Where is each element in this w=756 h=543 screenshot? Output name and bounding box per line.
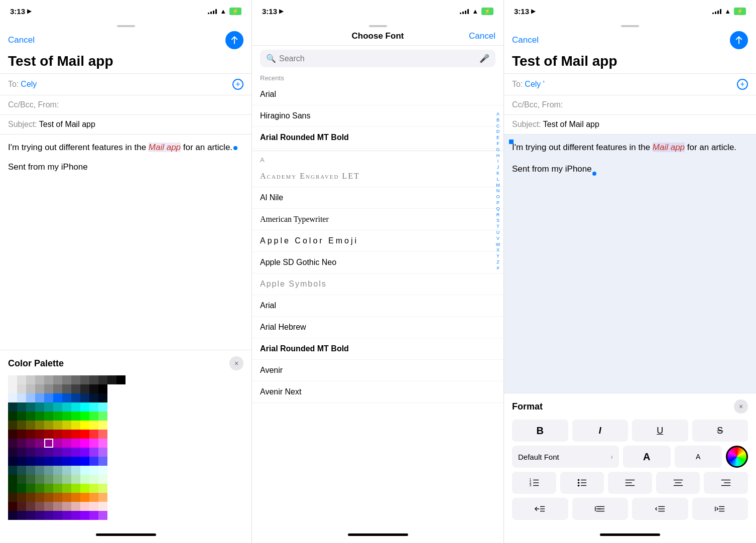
palette-color-cell[interactable] <box>53 466 62 475</box>
palette-color-cell[interactable] <box>8 511 17 520</box>
palette-color-cell[interactable] <box>80 384 89 393</box>
palette-color-cell[interactable] <box>80 448 89 457</box>
mic-icon[interactable]: 🎤 <box>479 54 489 63</box>
palette-color-cell[interactable] <box>53 402 62 412</box>
palette-color-cell[interactable] <box>89 393 98 402</box>
palette-color-cell[interactable] <box>35 430 44 439</box>
palette-color-cell[interactable] <box>98 402 107 412</box>
font-item-hiragino[interactable]: Hiragino Sans <box>252 105 503 127</box>
palette-color-cell[interactable] <box>26 484 35 493</box>
palette-color-cell[interactable] <box>98 502 107 511</box>
font-item-avenir[interactable]: Avenir <box>252 360 503 381</box>
palette-color-cell[interactable] <box>62 502 71 511</box>
palette-color-cell[interactable] <box>26 448 35 457</box>
palette-color-cell[interactable] <box>53 475 62 484</box>
palette-color-cell[interactable] <box>26 430 35 439</box>
palette-color-cell[interactable] <box>71 421 80 430</box>
palette-color-cell[interactable] <box>98 475 107 484</box>
palette-color-cell[interactable] <box>26 511 35 520</box>
palette-color-cell[interactable] <box>44 493 53 502</box>
palette-color-cell[interactable] <box>17 493 26 502</box>
align-center-button[interactable] <box>656 472 700 494</box>
alphabet-letter-o[interactable]: O <box>494 194 501 200</box>
palette-color-cell[interactable] <box>89 502 98 511</box>
font-item-arial-recent[interactable]: Arial <box>252 84 503 105</box>
align-left-button[interactable] <box>608 472 652 494</box>
palette-color-cell[interactable] <box>98 430 107 439</box>
right-to-add-button[interactable]: + <box>737 79 748 90</box>
palette-color-cell[interactable] <box>80 511 89 520</box>
palette-color-cell[interactable] <box>89 466 98 475</box>
palette-color-cell[interactable] <box>89 439 98 448</box>
palette-color-cell[interactable] <box>44 466 53 475</box>
color-wheel-button[interactable] <box>726 446 748 468</box>
palette-color-cell[interactable] <box>8 421 17 430</box>
font-item-american-typewriter[interactable]: American Typewriter <box>252 209 503 230</box>
alphabet-letter-#[interactable]: # <box>494 265 501 271</box>
left-compose-body[interactable]: I'm trying out different features in the… <box>0 134 251 350</box>
palette-color-cell[interactable] <box>89 511 98 520</box>
palette-color-cell[interactable] <box>80 393 89 402</box>
alphabet-letter-i[interactable]: I <box>494 159 501 164</box>
palette-color-cell[interactable] <box>26 466 35 475</box>
palette-color-cell[interactable] <box>62 484 71 493</box>
palette-color-cell[interactable] <box>17 502 26 511</box>
palette-color-cell[interactable] <box>26 402 35 412</box>
palette-color-cell[interactable] <box>89 457 98 466</box>
palette-color-cell[interactable] <box>71 430 80 439</box>
palette-color-cell[interactable] <box>17 402 26 412</box>
palette-color-cell[interactable] <box>8 412 17 421</box>
palette-color-cell[interactable] <box>80 493 89 502</box>
palette-color-cell[interactable] <box>8 493 17 502</box>
palette-color-cell[interactable] <box>53 384 62 393</box>
palette-color-cell[interactable] <box>89 475 98 484</box>
palette-color-cell[interactable] <box>98 393 107 402</box>
palette-color-cell[interactable] <box>44 439 53 448</box>
palette-color-cell[interactable] <box>80 402 89 412</box>
alphabet-letter-l[interactable]: L <box>494 177 501 182</box>
palette-color-cell[interactable] <box>8 375 17 384</box>
palette-color-cell[interactable] <box>8 439 17 448</box>
palette-color-cell[interactable] <box>44 430 53 439</box>
palette-color-cell[interactable] <box>80 412 89 421</box>
font-cancel-button[interactable]: Cancel <box>469 31 495 41</box>
palette-color-cell[interactable] <box>44 412 53 421</box>
palette-color-cell[interactable] <box>53 493 62 502</box>
palette-color-cell[interactable] <box>89 375 98 384</box>
palette-color-cell[interactable] <box>98 511 107 520</box>
palette-color-cell[interactable] <box>53 502 62 511</box>
palette-color-cell[interactable] <box>26 412 35 421</box>
palette-color-cell[interactable] <box>35 384 44 393</box>
font-size-small-button[interactable]: A <box>675 446 722 468</box>
palette-color-cell[interactable] <box>62 430 71 439</box>
palette-color-cell[interactable] <box>35 502 44 511</box>
alphabet-letter-d[interactable]: D <box>494 129 501 134</box>
palette-color-cell[interactable] <box>89 412 98 421</box>
palette-color-cell[interactable] <box>35 439 44 448</box>
palette-color-cell[interactable] <box>62 402 71 412</box>
palette-color-cell[interactable] <box>71 412 80 421</box>
font-item-arial-rounded-recent[interactable]: Arial Rounded MT Bold <box>252 127 503 149</box>
alphabet-letter-e[interactable]: E <box>494 135 501 141</box>
palette-color-cell[interactable] <box>44 393 53 402</box>
font-item-apple-symbols[interactable]: Apple Symbols <box>252 274 503 295</box>
palette-color-cell[interactable] <box>35 448 44 457</box>
palette-close-button[interactable]: × <box>229 356 243 370</box>
palette-color-cell[interactable] <box>53 457 62 466</box>
palette-color-cell[interactable] <box>53 412 62 421</box>
palette-color-cell[interactable] <box>8 402 17 412</box>
palette-color-cell[interactable] <box>62 421 71 430</box>
alphabet-letter-k[interactable]: K <box>494 171 501 176</box>
palette-color-cell[interactable] <box>62 439 71 448</box>
palette-color-cell[interactable] <box>62 475 71 484</box>
palette-color-cell[interactable] <box>26 384 35 393</box>
palette-color-cell[interactable] <box>53 484 62 493</box>
palette-color-cell[interactable] <box>44 502 53 511</box>
palette-color-cell[interactable] <box>35 457 44 466</box>
palette-color-cell[interactable] <box>80 421 89 430</box>
indent-right-button[interactable] <box>572 498 628 520</box>
palette-color-cell[interactable] <box>53 430 62 439</box>
palette-color-cell[interactable] <box>71 511 80 520</box>
palette-color-cell[interactable] <box>71 475 80 484</box>
font-item-apple-sd-gothic[interactable]: Apple SD Gothic Neo <box>252 252 503 274</box>
